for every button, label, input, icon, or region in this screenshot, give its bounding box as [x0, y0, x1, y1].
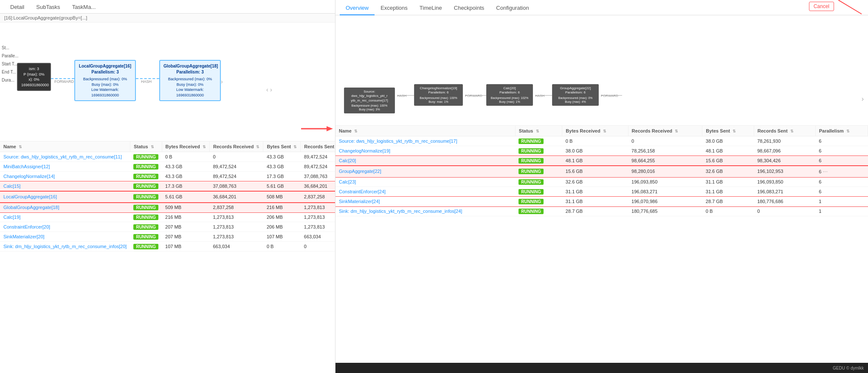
tab-timeline[interactable]: TimeLine [414, 1, 448, 15]
col-header-status[interactable]: Status ⇅ [130, 141, 162, 152]
left-table-row[interactable]: Calc[15] RUNNING 17.3 GB 37,088,763 5.61… [0, 181, 335, 191]
left-table-row[interactable]: ConstraintEnforcer[20] RUNNING 207 MB 1,… [0, 222, 335, 232]
rrow-name-link[interactable]: ChangelogNormalize[19] [339, 148, 390, 153]
row-name-link[interactable]: LocalGroupAggregate[16] [3, 194, 57, 199]
row-name-link[interactable]: ConstraintEnforcer[20] [3, 224, 50, 229]
left-table-row[interactable]: Calc[19] RUNNING 216 MB 1,273,813 206 MB… [0, 212, 335, 222]
cancel-button[interactable]: Cancel [809, 2, 834, 11]
left-table-row[interactable]: Sink: dm_hljy_logistics_ykt_rytb_m_rec_c… [0, 242, 335, 251]
cell-bytes-sent: 206 MB [263, 222, 301, 232]
row-name-link[interactable]: SinkMaterializer[20] [3, 234, 45, 239]
cell-bytes-recv: 0 B [162, 152, 209, 162]
cell-name: Source: dws_hljy_logistics_ykt_rytb_m_re… [0, 152, 130, 162]
rstatus-badge: RUNNING [519, 169, 544, 174]
right-table-row[interactable]: Source: dws_hljy_logistics_ykt_rytb_m_re… [335, 136, 868, 146]
row-name-link[interactable]: Calc[19] [3, 215, 20, 220]
right-table-body: Source: dws_hljy_logistics_ykt_rytb_m_re… [335, 136, 868, 216]
rcell-bytes-sent: 32.6 GB [702, 166, 754, 177]
rcell-rec-sent: 0 [754, 206, 815, 216]
rcol-header-name[interactable]: Name ⇅ [335, 126, 515, 136]
rcell-rec-sent: 196,083,271 [754, 187, 815, 197]
rrow-name-link[interactable]: ConstraintEnforcer[24] [339, 189, 386, 194]
footer-text: GEDU © dymlkk [833, 366, 864, 370]
left-table-row[interactable]: ChangelogNormalize[14] RUNNING 43.3 GB 8… [0, 172, 335, 181]
rrow-name-link[interactable]: GroupAggregate[22] [339, 169, 381, 174]
rnode-changelog: ChangelogNormalize[19] Parallelism: 6 Ba… [414, 84, 463, 106]
collapse-right-btn[interactable]: › [270, 86, 272, 93]
row-name-link[interactable]: ChangelogNormalize[14] [3, 174, 55, 179]
cell-status: RUNNING [130, 212, 162, 222]
cell-bytes-recv: 5.61 GB [162, 191, 209, 203]
row-name-link[interactable]: Calc[15] [3, 184, 20, 189]
row-name-link[interactable]: Sink: dm_hljy_logistics_ykt_rytb_m_rec_c… [3, 244, 127, 249]
col-header-rec-recv[interactable]: Records Received ⇅ [209, 141, 263, 152]
row-name-link[interactable]: Source: dws_hljy_logistics_ykt_rytb_m_re… [3, 154, 122, 159]
cell-name: MiniBatchAssigner[12] [0, 162, 130, 172]
rcell-rec-sent: 196,102,953 [754, 166, 815, 177]
right-table-row[interactable]: Calc[20] RUNNING 48.1 GB 98,664,255 15.6… [335, 156, 868, 166]
cell-rec-sent: 2,837,258 [301, 191, 335, 203]
rcol-header-rec-recv[interactable]: Records Received ⇅ [628, 126, 702, 136]
rcell-status: RUNNING [515, 156, 562, 166]
rcell-rec-sent: 98,304,426 [754, 156, 815, 166]
status-badge: RUNNING [133, 234, 158, 240]
row-name-link[interactable]: MiniBatchAssigner[12] [3, 164, 50, 169]
rrow-name-link[interactable]: Source: dws_hljy_logistics_ykt_rytb_m_re… [339, 138, 457, 144]
rcol-header-bytes-sent[interactable]: Bytes Sent ⇅ [702, 126, 754, 136]
cell-name: Calc[15] [0, 181, 130, 191]
cell-bytes-recv: 207 MB [162, 232, 209, 242]
status-badge: RUNNING [133, 154, 158, 160]
rnode-calc20: Calc[20] Parallelism: 6 Backpressured (m… [486, 84, 533, 106]
tab-overview[interactable]: Overview [340, 1, 375, 15]
col-header-bytes-recv[interactable]: Bytes Received ⇅ [162, 141, 209, 152]
cell-bytes-recv: 17.3 GB [162, 181, 209, 191]
tab-subtasks[interactable]: SubTasks [30, 1, 66, 14]
left-table-row[interactable]: SinkMaterializer[20] RUNNING 207 MB 1,27… [0, 232, 335, 242]
left-tab-bar: Detail SubTasks TaskMa... [0, 0, 335, 14]
rcell-name: Calc[20] [335, 156, 515, 166]
rrow-name-link[interactable]: SinkMaterializer[24] [339, 199, 380, 204]
right-table-row[interactable]: ChangelogNormalize[19] RUNNING 38.0 GB 7… [335, 146, 868, 156]
cell-rec-sent: 0 [301, 242, 335, 251]
rstatus-badge: RUNNING [519, 179, 544, 185]
cell-bytes-recv: 216 MB [162, 212, 209, 222]
left-table-row[interactable]: Source: dws_hljy_logistics_ykt_rytb_m_re… [0, 152, 335, 162]
arrow-forward-1 [51, 78, 74, 79]
rrow-name-link[interactable]: Calc[23] [339, 179, 356, 184]
cell-name: GlobalGroupAggregate[18] [0, 203, 130, 212]
rellipsis-btn[interactable]: ··· [823, 168, 828, 175]
right-table-row[interactable]: Sink: dm_hljy_logistics_ykt_rytb_m_rec_c… [335, 206, 868, 216]
left-table-row[interactable]: GlobalGroupAggregate[18] RUNNING 509 MB … [0, 203, 335, 212]
rcol-header-bytes-recv[interactable]: Bytes Received ⇅ [562, 126, 628, 136]
left-table-row[interactable]: LocalGroupAggregate[16] RUNNING 5.61 GB … [0, 191, 335, 203]
rcell-rec-sent: 98,667,096 [754, 146, 815, 156]
left-table: Name ⇅ Status ⇅ Bytes Received ⇅ Records… [0, 141, 335, 251]
svg-line-2 [838, 0, 862, 14]
rrow-name-link[interactable]: Calc[20] [339, 158, 356, 163]
right-tabs: Overview Exceptions TimeLine Checkpoints… [340, 1, 535, 15]
tab-detail[interactable]: Detail [4, 1, 30, 14]
left-table-row[interactable]: MiniBatchAssigner[12] RUNNING 43.3 GB 89… [0, 162, 335, 172]
cell-rec-sent: 663,034 [301, 232, 335, 242]
col-header-name[interactable]: Name ⇅ [0, 141, 130, 152]
tab-configuration[interactable]: Configuration [490, 1, 535, 15]
row-name-link[interactable]: GlobalGroupAggregate[18] [3, 205, 59, 210]
col-header-bytes-sent[interactable]: Bytes Sent ⇅ [263, 141, 301, 152]
collapse-left-btn[interactable]: ‹ [266, 86, 268, 93]
col-header-rec-sent[interactable]: Records Sent ⇅ [301, 141, 335, 152]
right-table-row[interactable]: ConstraintEnforcer[24] RUNNING 31.1 GB 1… [335, 187, 868, 197]
tab-exceptions[interactable]: Exceptions [375, 1, 414, 15]
tab-checkpoints[interactable]: Checkpoints [448, 1, 490, 15]
rrow-name-link[interactable]: Sink: dm_hljy_logistics_ykt_rytb_m_rec_c… [339, 209, 462, 214]
breadcrumb: [16]:LocalGroupAggregate(groupBy=[...] [0, 14, 335, 23]
cell-rec-recv: 89,472,524 [209, 172, 263, 181]
rcol-header-parallelism[interactable]: Parallelism ⇅ [815, 126, 868, 136]
cell-status: RUNNING [130, 152, 162, 162]
rcol-header-rec-sent[interactable]: Records Sent ⇅ [754, 126, 815, 136]
right-table-row[interactable]: Calc[23] RUNNING 32.6 GB 196,093,850 31.… [335, 177, 868, 187]
right-table-row[interactable]: SinkMaterializer[24] RUNNING 31.1 GB 196… [335, 197, 868, 206]
right-table-row[interactable]: GroupAggregate[22] RUNNING 15.6 GB 98,28… [335, 166, 868, 177]
rcol-header-status[interactable]: Status ⇅ [515, 126, 562, 136]
tab-taskma[interactable]: TaskMa... [66, 1, 102, 14]
cell-bytes-recv: 207 MB [162, 222, 209, 232]
